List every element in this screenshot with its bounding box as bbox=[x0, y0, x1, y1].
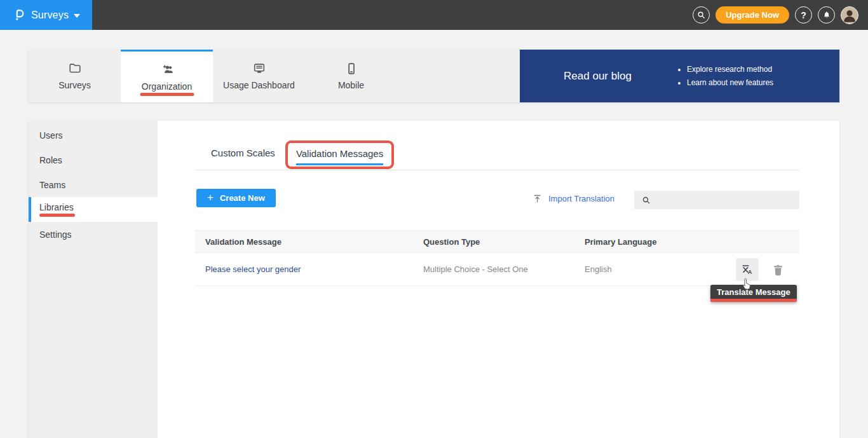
module-tab-usage-dashboard[interactable]: Usage Dashboard bbox=[213, 50, 305, 102]
topbar-actions: Upgrade Now ? bbox=[693, 0, 858, 30]
annotation-box-validation-messages: Validation Messages bbox=[285, 140, 394, 169]
annotation-underline-organization bbox=[140, 93, 194, 96]
annotation-underline-tooltip bbox=[710, 299, 797, 302]
user-avatar[interactable] bbox=[841, 6, 858, 24]
help-button[interactable]: ? bbox=[795, 6, 812, 24]
questionpro-logo-icon bbox=[12, 8, 26, 22]
question-mark-icon: ? bbox=[801, 10, 806, 20]
translate-message-button[interactable]: A bbox=[736, 258, 759, 281]
annotation-underline-libraries bbox=[39, 214, 75, 217]
table-row: Please select your gender Multiple Choic… bbox=[195, 253, 799, 286]
sidebar-item-teams[interactable]: Teams bbox=[29, 172, 158, 197]
validation-messages-table: Validation Message Question Type Primary… bbox=[195, 230, 799, 286]
sidebar-item-libraries[interactable]: Libraries bbox=[29, 197, 158, 222]
libraries-panel: Custom Scales Validation Messages + Crea… bbox=[158, 121, 839, 438]
notifications-button[interactable] bbox=[818, 6, 835, 24]
module-tab-label: Surveys bbox=[58, 80, 91, 90]
blog-bullet: Learn about new features bbox=[687, 76, 773, 90]
translate-tooltip: Translate Message bbox=[710, 285, 797, 302]
product-name: Surveys bbox=[31, 10, 69, 21]
upgrade-now-button[interactable]: Upgrade Now bbox=[715, 6, 789, 24]
blog-banner: Read our blog Explore research method Le… bbox=[520, 50, 839, 102]
mobile-icon bbox=[344, 62, 358, 76]
tab-validation-messages[interactable]: Validation Messages bbox=[296, 148, 383, 165]
module-tab-label: Usage Dashboard bbox=[223, 80, 295, 90]
svg-text:A: A bbox=[748, 269, 752, 275]
library-tabs: Custom Scales Validation Messages bbox=[211, 140, 394, 169]
table-search bbox=[634, 191, 799, 209]
validation-message-link[interactable]: Please select your gender bbox=[205, 264, 301, 274]
module-tab-surveys[interactable]: Surveys bbox=[29, 50, 121, 102]
column-header-primary-language: Primary Language bbox=[585, 237, 799, 247]
content-card: Users Roles Teams Libraries Settings Cus… bbox=[29, 121, 839, 438]
question-type-cell: Multiple Choice - Select One bbox=[423, 264, 585, 274]
topbar: Surveys Upgrade Now ? bbox=[0, 0, 868, 30]
tab-custom-scales[interactable]: Custom Scales bbox=[211, 147, 275, 169]
screen: Surveys Upgrade Now ? bbox=[0, 0, 868, 438]
settings-sidebar: Users Roles Teams Libraries Settings bbox=[29, 121, 158, 438]
column-header-validation-message: Validation Message bbox=[195, 237, 423, 247]
sidebar-item-users[interactable]: Users bbox=[29, 123, 158, 147]
sidebar-item-label: Teams bbox=[39, 180, 158, 190]
module-nav: Surveys Organization bbox=[29, 50, 839, 102]
blog-banner-title[interactable]: Read our blog bbox=[520, 70, 675, 83]
sidebar-item-label: Roles bbox=[39, 155, 158, 165]
plus-icon: + bbox=[207, 191, 214, 204]
tooltip-label: Translate Message bbox=[710, 285, 797, 299]
import-translation-label: Import Translation bbox=[548, 194, 614, 203]
primary-language-cell: English bbox=[585, 264, 799, 274]
table-header-row: Validation Message Question Type Primary… bbox=[195, 230, 799, 253]
search-icon bbox=[696, 10, 706, 20]
add-users-icon bbox=[159, 63, 175, 77]
topbar-search-button[interactable] bbox=[693, 6, 710, 24]
blog-banner-bullets: Explore research method Learn about new … bbox=[675, 63, 773, 90]
sidebar-item-settings[interactable]: Settings bbox=[29, 222, 158, 247]
validation-message-cell: Please select your gender bbox=[195, 264, 423, 274]
create-new-button[interactable]: + Create New bbox=[196, 189, 276, 207]
search-icon bbox=[641, 195, 651, 205]
sidebar-item-label: Libraries bbox=[39, 202, 158, 212]
import-translation-link[interactable]: Import Translation bbox=[532, 191, 614, 206]
blog-bullet: Explore research method bbox=[687, 63, 773, 76]
module-tab-organization[interactable]: Organization bbox=[121, 50, 213, 102]
bell-icon bbox=[822, 10, 831, 20]
search-input[interactable] bbox=[656, 191, 799, 209]
sidebar-item-label: Settings bbox=[39, 229, 158, 240]
column-header-question-type: Question Type bbox=[423, 237, 585, 247]
translate-icon: A bbox=[740, 263, 754, 277]
upload-icon bbox=[532, 193, 543, 204]
product-switcher[interactable]: Surveys bbox=[0, 0, 92, 30]
tabs-divider bbox=[195, 170, 799, 170]
create-new-label: Create New bbox=[220, 193, 265, 203]
chevron-down-icon bbox=[74, 14, 80, 18]
sidebar-item-roles[interactable]: Roles bbox=[29, 147, 158, 172]
delete-message-button[interactable] bbox=[770, 261, 785, 278]
module-tab-label: Mobile bbox=[338, 80, 364, 90]
sidebar-item-label: Users bbox=[39, 130, 158, 140]
dashboard-icon bbox=[252, 62, 267, 76]
trash-icon bbox=[771, 263, 785, 277]
module-tab-mobile[interactable]: Mobile bbox=[305, 50, 397, 102]
folder-icon bbox=[68, 62, 82, 76]
module-tab-label: Organization bbox=[142, 81, 192, 92]
